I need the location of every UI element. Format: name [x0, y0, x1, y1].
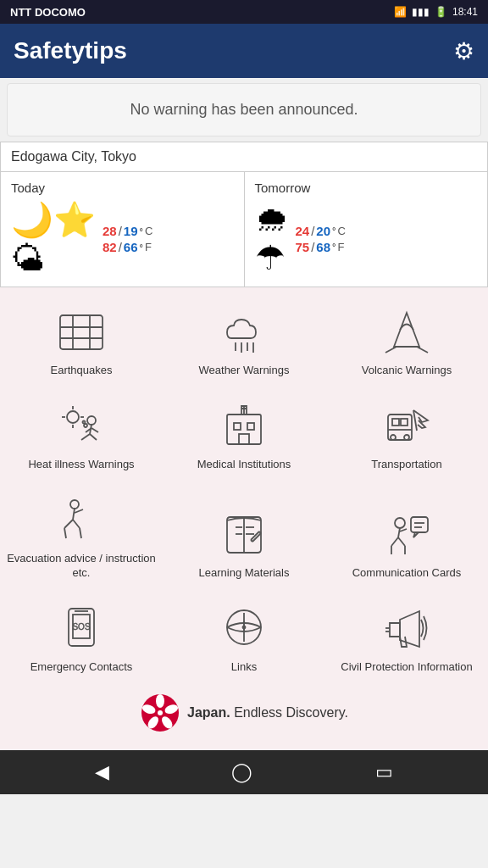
- learning-materials-icon: [214, 509, 274, 559]
- emergency-contacts-label: Emergency Contacts: [30, 660, 133, 675]
- svg-rect-0: [60, 315, 103, 349]
- app-header: Safetytips ⚙: [0, 24, 488, 78]
- today-high-f: 82: [103, 240, 117, 254]
- japan-brand: Japan.: [187, 705, 230, 720]
- weather-today: Today 🌙⭐🌤 28 / 19 ° C 82 / 66 ° F: [1, 172, 245, 287]
- weather-warnings-icon: [214, 306, 274, 357]
- grid-item-earthquakes[interactable]: Earthquakes: [0, 294, 163, 388]
- status-bar: NTT DOCOMO 📶 ▮▮▮ 🔋 18:41: [0, 0, 488, 24]
- location-bar: Edogawa City, Tokyo: [0, 142, 488, 172]
- today-high-c: 28: [103, 224, 117, 238]
- grid-item-civil-protection[interactable]: Civil Protection Information: [325, 591, 488, 685]
- time-label: 18:41: [452, 6, 478, 18]
- weather-tomorrow: Tomorrow 🌧☂ 24 / 20 ° C 75 / 68 ° F: [245, 172, 488, 287]
- links-icon: i: [214, 603, 274, 654]
- home-button[interactable]: ◯: [225, 754, 259, 790]
- communication-cards-icon: [377, 509, 436, 559]
- svg-rect-24: [247, 423, 254, 430]
- svg-line-17: [90, 434, 97, 440]
- status-icons: 📶 ▮▮▮ 🔋 18:41: [394, 6, 478, 18]
- japan-tagline: Japan. Endless Discovery.: [187, 705, 348, 721]
- civil-protection-icon: [377, 603, 436, 654]
- grid-item-volcanic-warnings[interactable]: Volcanic Warnings: [325, 294, 488, 388]
- transportation-icon: [377, 400, 436, 451]
- grid-item-heat-illness[interactable]: Heat illness Warnings: [0, 388, 163, 482]
- svg-line-40: [75, 509, 83, 513]
- svg-point-36: [70, 500, 79, 509]
- weather-container: Today 🌙⭐🌤 28 / 19 ° C 82 / 66 ° F: [0, 172, 488, 287]
- svg-rect-54: [411, 517, 428, 532]
- app-title: Safetytips: [14, 37, 127, 64]
- svg-rect-23: [234, 423, 241, 430]
- svg-rect-31: [401, 419, 408, 426]
- earthquakes-icon: [52, 306, 111, 357]
- back-button[interactable]: ◀: [88, 754, 116, 790]
- tomorrow-low-c: 20: [316, 224, 330, 238]
- svg-line-41: [80, 528, 81, 538]
- svg-point-21: [83, 421, 86, 424]
- links-label: Links: [231, 660, 257, 675]
- svg-text:SOS: SOS: [72, 622, 90, 632]
- grid-item-communication-cards[interactable]: Communication Cards: [325, 482, 488, 591]
- svg-line-45: [251, 540, 252, 542]
- tomorrow-unit-f: F: [337, 241, 344, 253]
- svg-line-48: [398, 528, 400, 537]
- grid-item-learning-materials[interactable]: Learning Materials: [163, 482, 325, 591]
- heat-illness-icon: [52, 400, 111, 451]
- japan-tagline-text: Endless Discovery.: [230, 705, 348, 720]
- title-bold: tips: [85, 37, 127, 64]
- svg-point-14: [87, 416, 96, 425]
- volcanic-warnings-icon: [377, 306, 436, 357]
- grid-item-weather-warnings[interactable]: Weather Warnings: [163, 294, 325, 388]
- tomorrow-high-f: 75: [296, 240, 310, 254]
- warning-banner: No warning has been announced.: [7, 83, 481, 136]
- grid-item-medical-institutions[interactable]: Medical Institutions: [163, 388, 325, 482]
- learning-materials-label: Learning Materials: [199, 566, 290, 581]
- carrier-label: NTT DOCOMO: [10, 6, 86, 19]
- emergency-contacts-icon: SOS: [52, 603, 111, 654]
- recents-button[interactable]: ▭: [369, 754, 400, 790]
- svg-point-9: [67, 411, 79, 423]
- svg-line-38: [64, 520, 73, 528]
- grid-item-evacuation-advice[interactable]: Evacuation advice / instruction etc.: [0, 482, 163, 591]
- today-unit-f: F: [145, 241, 152, 253]
- medical-institutions-icon: [214, 400, 274, 451]
- svg-line-49: [391, 537, 398, 546]
- earthquakes-label: Earthquakes: [51, 364, 113, 378]
- tomorrow-temp-c: 24 / 20 ° C: [296, 224, 346, 238]
- evacuation-advice-icon: [52, 494, 111, 545]
- today-low-c: 19: [124, 224, 138, 238]
- volcanic-warnings-label: Volcanic Warnings: [362, 364, 452, 378]
- svg-point-66: [156, 694, 164, 708]
- svg-line-37: [73, 509, 75, 520]
- svg-point-33: [391, 435, 396, 440]
- grid-section: Earthquakes Weather Warnings Volcanic Wa…: [0, 287, 488, 750]
- tomorrow-icon: 🌧☂: [255, 200, 289, 277]
- heat-illness-label: Heat illness Warnings: [28, 458, 134, 472]
- nav-bar: ◀ ◯ ▭: [0, 750, 488, 794]
- today-temp-f: 82 / 66 ° F: [103, 240, 152, 254]
- svg-line-16: [81, 434, 90, 440]
- tomorrow-temps: 24 / 20 ° C 75 / 68 ° F: [296, 224, 346, 254]
- svg-rect-30: [392, 419, 399, 426]
- grid-item-transportation[interactable]: Transportation: [325, 388, 488, 482]
- communication-cards-label: Communication Cards: [352, 566, 462, 581]
- today-temp-c: 28 / 19 ° C: [103, 224, 152, 238]
- grid-item-emergency-contacts[interactable]: SOS Emergency Contacts: [0, 591, 163, 685]
- footer: Japan. Endless Discovery.: [0, 684, 488, 743]
- today-icon: 🌙⭐🌤: [11, 200, 96, 278]
- evacuation-advice-label: Evacuation advice / instruction etc.: [7, 552, 156, 581]
- signal-icon: ▮▮▮: [412, 6, 430, 18]
- battery-icon: 🔋: [435, 6, 447, 18]
- title-regular: Safety: [14, 37, 85, 64]
- today-temps: 28 / 19 ° C 82 / 66 ° F: [103, 224, 152, 254]
- svg-line-35: [413, 410, 417, 431]
- settings-button[interactable]: ⚙: [453, 37, 474, 65]
- tomorrow-unit-c: C: [337, 225, 345, 237]
- japan-logo: Japan. Endless Discovery.: [140, 693, 348, 733]
- svg-line-39: [73, 520, 80, 528]
- grid-item-links[interactable]: i Links: [163, 591, 325, 685]
- tomorrow-content: 🌧☂ 24 / 20 ° C 75 / 68 ° F: [255, 200, 478, 277]
- svg-point-47: [395, 518, 405, 528]
- menu-grid: Earthquakes Weather Warnings Volcanic Wa…: [0, 294, 488, 684]
